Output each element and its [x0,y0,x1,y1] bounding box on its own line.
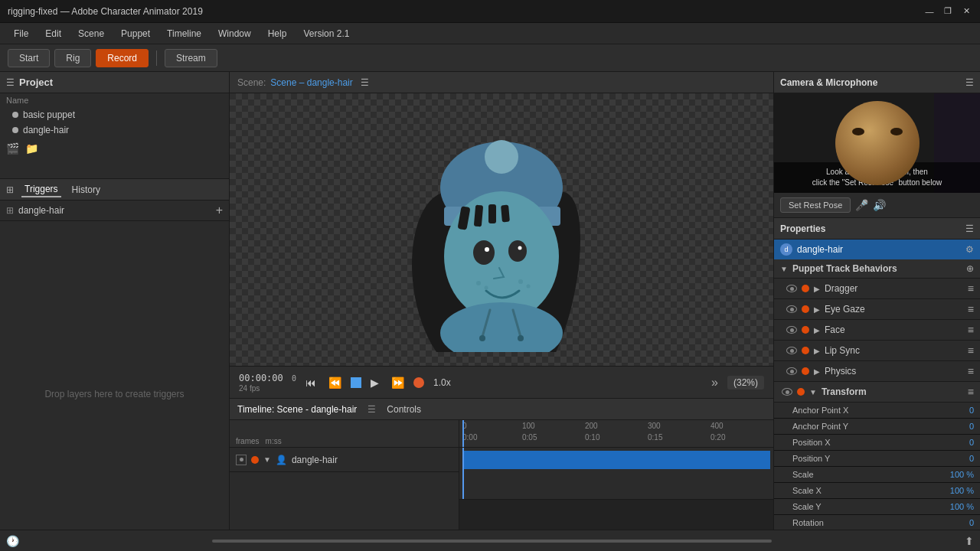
scale-y-value[interactable]: 100 % [943,502,974,511]
cam-eye-left [852,128,864,135]
menu-puppet[interactable]: Puppet [113,25,158,42]
menu-edit[interactable]: Edit [38,25,69,42]
timeline-header-icon: ☰ [368,404,376,415]
behaviors-arrow[interactable]: ▼ [780,265,788,273]
scene-name[interactable]: Scene – dangle-hair [270,77,352,88]
anchor-point-y-value[interactable]: 0 [943,422,974,431]
trigger-item-label: dangle-hair [18,205,64,216]
track-expand-arrow[interactable]: ▼ [263,455,271,464]
transform-title: Transform [822,386,963,397]
project-menu-icon[interactable]: ☰ [6,77,15,88]
eyegaze-expand[interactable]: ▶ [814,305,820,314]
properties-menu-icon[interactable]: ☰ [965,223,974,234]
frames-label: frames [236,437,260,445]
triggers-item-name: ⊞ dangle-hair [6,205,64,216]
face-expand[interactable]: ▶ [814,326,820,334]
step-forward-button[interactable]: ⏩ [388,373,407,392]
transform-expand-arrow[interactable]: ▼ [809,388,817,396]
menu-file[interactable]: File [6,25,36,42]
tab-triggers[interactable]: Triggers [21,182,61,197]
transform-menu[interactable]: ≡ [968,386,974,398]
rotation-value[interactable]: 0 [943,518,974,527]
record-button[interactable] [413,377,424,388]
project-item-basic-puppet[interactable]: basic puppet [0,107,229,122]
ruler-time-15: 0:15 [648,433,662,442]
dragger-expand[interactable]: ▶ [814,285,820,293]
mss-label: m:ss [266,437,282,445]
track-visibility-button[interactable] [236,455,247,465]
toolbar-stream-button[interactable]: Stream [165,49,217,67]
step-back-button[interactable]: ⏪ [325,373,345,392]
scene-menu-icon[interactable]: ☰ [361,77,369,88]
selected-item-icon[interactable]: ⚙ [965,244,974,255]
svg-rect-8 [488,204,496,223]
eyegaze-menu[interactable]: ≡ [968,303,974,315]
project-video-icon[interactable]: 🎬 [6,142,19,155]
behaviors-add-icon[interactable]: ⊕ [966,263,974,274]
lipsync-visibility[interactable] [786,347,797,354]
transform-visibility[interactable] [782,388,792,396]
canvas-area[interactable] [230,93,773,366]
tab-controls[interactable]: Controls [387,404,421,415]
physics-visibility[interactable] [786,367,797,375]
behavior-lip-sync: ▶ Lip Sync ≡ [774,341,980,361]
play-button[interactable]: ▶ [368,373,382,392]
trigger-add-icon[interactable]: + [216,204,223,217]
timeline-tracks[interactable] [459,448,773,500]
track-label-row: ▼ 👤 dangle-hair [230,448,459,472]
microphone-toggle-icon[interactable]: 🔊 [873,199,886,211]
dragger-menu[interactable]: ≡ [968,282,974,295]
dragger-visibility[interactable] [786,285,797,292]
camera-menu-icon[interactable]: ☰ [965,77,974,88]
face-visibility[interactable] [786,326,797,334]
lipsync-expand[interactable]: ▶ [814,347,820,355]
camera-toggle-icon[interactable]: 🎤 [855,199,868,211]
menu-scene[interactable]: Scene [70,25,112,42]
track-bar [462,451,770,469]
project-folder-icon[interactable]: 📁 [25,142,38,155]
minimize-button[interactable]: — [923,5,936,18]
toolbar-rig-button[interactable]: Rig [54,49,91,67]
timeline-scroll-track[interactable] [230,540,773,543]
scale-x-label: Scale X [792,486,943,495]
position-x-value[interactable]: 0 [943,438,974,447]
stop-button[interactable] [351,377,361,388]
scale-value[interactable]: 100 % [943,470,974,479]
close-button[interactable]: ✕ [960,5,972,18]
time-info: 00:00:00 0 24 fps [239,373,296,393]
timeline-header: Timeline: Scene - dangle-hair ☰ Controls [230,399,773,420]
anchor-point-y-row: Anchor Point Y 0 [774,419,980,435]
set-rest-pose-button[interactable]: Set Rest Pose [780,197,851,213]
scale-x-row: Scale X 100 % [774,483,980,499]
menu-timeline[interactable]: Timeline [159,25,209,42]
svg-point-4 [485,140,518,174]
skip-start-button[interactable]: ⏮ [302,373,319,392]
more-button[interactable]: » [711,376,718,390]
anchor-point-x-value[interactable]: 0 [943,406,974,415]
zoom-display[interactable]: (32%) [727,376,764,390]
physics-expand[interactable]: ▶ [814,367,820,376]
tab-history[interactable]: History [69,183,103,197]
track-record-dot[interactable] [251,456,259,464]
left-panel: ☰ Project Name basic puppet dangle-hair … [0,72,230,551]
eyegaze-visibility[interactable] [786,305,797,313]
project-item-dangle-hair[interactable]: dangle-hair [0,122,229,138]
physics-menu[interactable]: ≡ [968,365,974,377]
menu-window[interactable]: Window [211,25,259,42]
menu-help[interactable]: Help [260,25,295,42]
anchor-point-x-row: Anchor Point X 0 [774,403,980,419]
properties-body[interactable]: d dangle-hair ⚙ ▼ Puppet Track Behaviors… [774,240,980,551]
maximize-button[interactable]: ❐ [942,5,954,18]
scale-x-value[interactable]: 100 % [943,486,974,495]
toolbar-record-button[interactable]: Record [96,49,149,67]
behaviors-section-header: ▼ Puppet Track Behaviors ⊕ [774,259,980,279]
behavior-face: ▶ Face ≡ [774,320,980,341]
ruler[interactable]: 0 100 200 300 400 500 600 700 0:00 [459,420,773,448]
position-y-value[interactable]: 0 [943,454,974,463]
timeline-scrollbar[interactable] [230,540,772,543]
lipsync-menu[interactable]: ≡ [968,344,974,357]
tab-timeline[interactable]: Timeline: Scene - dangle-hair [237,404,357,415]
face-menu[interactable]: ≡ [968,324,974,336]
toolbar-start-button[interactable]: Start [8,49,50,67]
ruler-tick-0: 0 [462,422,467,430]
